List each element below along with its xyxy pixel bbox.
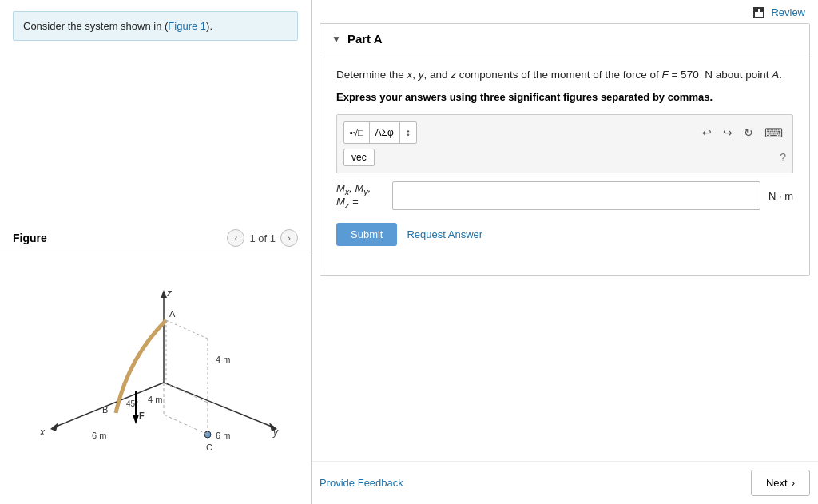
svg-text:4 m: 4 m [148,395,162,404]
svg-text:z: z [166,288,173,299]
figure-title: Figure [13,232,47,244]
figure-nav: ‹ 1 of 1 › [227,229,298,247]
answer-input[interactable] [392,181,760,210]
right-panel: Review ▼ Part A Determine the x, y, and … [312,0,818,504]
svg-rect-0 [24,279,288,478]
part-label: Part A [347,32,383,46]
svg-text:A: A [169,309,176,319]
vec-button[interactable]: vec [343,149,375,166]
problem-text: Consider the system shown in ( [23,20,168,32]
toolbar-icon-right: ↩ ↪ ↻ ⌨ [699,124,786,142]
svg-text:F: F [139,411,145,420]
request-answer-button[interactable]: Request Answer [407,228,482,240]
left-panel: Consider the system shown in (Figure 1).… [0,0,312,504]
toolbar-group1: ▪ √□ AΣφ ↕ [343,121,417,144]
part-section: ▼ Part A Determine the x, y, and z compo… [320,23,810,276]
review-link[interactable]: Review [324,6,805,18]
figure-next-button[interactable]: › [280,229,298,247]
arrows-label: ↕ [406,127,411,138]
answer-label: Mx, My,Mz = [336,182,384,210]
symbol-label: AΣφ [375,127,394,138]
redo-button[interactable]: ↪ [720,125,736,141]
next-icon: › [792,477,795,489]
toolbar-arrows-btn[interactable]: ↕ [400,122,416,143]
part-header: ▼ Part A [320,24,809,54]
part-body: Determine the x, y, and z components of … [320,54,809,275]
submit-button[interactable]: Submit [336,223,397,246]
problem-text-end: ). [206,20,212,32]
help-button[interactable]: ? [780,151,786,164]
answer-unit: N · m [768,190,793,202]
undo-button[interactable]: ↩ [699,125,715,141]
problem-statement: Consider the system shown in (Figure 1). [13,11,298,41]
keyboard-button[interactable]: ⌨ [761,124,786,142]
svg-text:6 m: 6 m [216,431,230,440]
emphasis-text: Express your answers using three signifi… [336,91,793,103]
toolbar-sqrt-btn[interactable]: ▪ √□ [344,122,370,143]
svg-text:B: B [102,405,108,415]
review-label: Review [771,6,805,18]
svg-text:y: y [272,427,279,438]
refresh-button[interactable]: ↻ [741,125,756,141]
provide-feedback-link[interactable]: Provide Feedback [320,477,403,489]
svg-text:x: x [39,427,46,438]
answer-row: Mx, My,Mz = N · m [336,181,793,210]
action-row: Submit Request Answer [336,223,793,246]
figure-header: Figure ‹ 1 of 1 › [0,224,311,252]
figure-link[interactable]: Figure 1 [168,20,206,32]
figure-page: 1 of 1 [249,232,276,244]
bottom-bar: Provide Feedback Next › [312,461,818,504]
svg-text:4 m: 4 m [216,355,230,364]
review-section: Review [312,0,818,23]
review-icon [753,7,764,18]
svg-text:C: C [206,442,212,452]
next-button[interactable]: Next › [751,470,810,496]
figure-svg: z x y 6 m 6 m 4 m 4 m C A [24,279,288,478]
figure-image-area: z x y 6 m 6 m 4 m 4 m C A [0,252,311,504]
toolbar-row1: ▪ √□ AΣφ ↕ ↩ ↪ ↻ ⌨ [343,121,786,144]
part-question: Determine the x, y, and z components of … [336,67,793,83]
next-label: Next [766,477,788,489]
toolbar-row2: vec ? [343,149,786,166]
figure-prev-button[interactable]: ‹ [227,229,244,247]
collapse-arrow[interactable]: ▼ [332,34,341,45]
toolbar-symbol-btn[interactable]: AΣφ [370,122,400,143]
svg-text:6 m: 6 m [92,431,106,440]
math-toolbar: ▪ √□ AΣφ ↕ ↩ ↪ ↻ ⌨ [336,114,793,173]
